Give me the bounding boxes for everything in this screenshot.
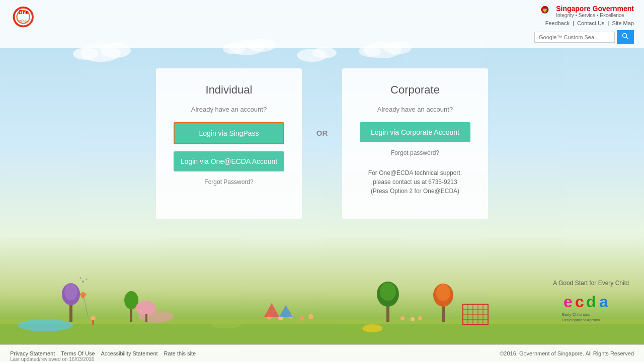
svg-point-54 — [418, 316, 422, 320]
individual-subtitle: Already have an account? — [191, 106, 267, 113]
rate-link[interactable]: Rate this site — [164, 350, 196, 356]
svg-rect-19 — [0, 322, 644, 344]
svg-rect-57 — [145, 314, 147, 322]
footer-links: Privacy Statement Terms Of Use Accessibi… — [10, 350, 196, 356]
privacy-link[interactable]: Privacy Statement — [10, 350, 55, 356]
corporate-login-button[interactable]: Login via Corporate Account — [360, 122, 470, 142]
svg-marker-36 — [264, 303, 279, 317]
svg-point-60 — [80, 278, 82, 279]
ecda-branding: A Good Start for Every Child e c d a Ear… — [553, 280, 629, 327]
svg-point-21 — [18, 319, 73, 331]
svg-text:e: e — [564, 293, 573, 311]
svg-point-58 — [82, 281, 84, 283]
svg-point-43 — [436, 284, 450, 301]
feedback-link[interactable]: Feedback — [545, 20, 570, 26]
corporate-panel: Corporate Already have an account? Login… — [342, 68, 488, 219]
header-links: Feedback | Contact Us | Site Map — [545, 20, 634, 26]
corporate-subtitle: Already have an account? — [377, 106, 453, 113]
svg-marker-30 — [79, 292, 87, 299]
one-ecda-logo: One ●ECDA — [10, 4, 40, 32]
sg-gov-banner: 🦁 Singapore Government Integrity • Servi… — [538, 4, 634, 18]
svg-text:🦁: 🦁 — [542, 8, 548, 14]
svg-text:c: c — [575, 293, 584, 311]
singpass-login-button[interactable]: Login via SingPass — [174, 122, 284, 144]
accessibility-link[interactable]: Accessibility Statement — [101, 350, 158, 356]
sg-lion-icon: 🦁 — [538, 4, 552, 18]
header-right: 🦁 Singapore Government Integrity • Servi… — [534, 4, 634, 44]
search-icon — [622, 33, 629, 40]
svg-text:●ECDA: ●ECDA — [19, 19, 29, 22]
sg-gov-title: Singapore Government — [556, 5, 634, 13]
svg-text:Development Agency: Development Agency — [562, 318, 600, 322]
svg-point-34 — [299, 316, 304, 321]
corporate-title: Corporate — [390, 83, 440, 97]
search-area — [534, 30, 634, 44]
svg-text:One: One — [19, 9, 29, 15]
svg-point-53 — [411, 317, 415, 321]
illustration-area — [0, 244, 644, 344]
main-content: Individual Already have an account? Logi… — [0, 48, 644, 219]
svg-rect-20 — [0, 319, 644, 324]
individual-panel: Individual Already have an account? Logi… — [156, 68, 302, 219]
svg-point-62 — [211, 322, 242, 328]
svg-point-59 — [86, 279, 88, 280]
footer-bar: Privacy Statement Terms Of Use Accessibi… — [0, 344, 644, 362]
contact-link[interactable]: Contact Us — [577, 20, 604, 26]
svg-point-35 — [308, 314, 313, 319]
logo-area: One ●ECDA — [10, 4, 40, 32]
individual-forgot-password[interactable]: Forgot Password? — [204, 178, 253, 186]
footer-updated: Last updated/reviewed on 16/03/2016 — [10, 356, 94, 362]
svg-rect-28 — [92, 320, 94, 325]
svg-line-18 — [626, 37, 629, 40]
oneecda-login-button[interactable]: Login via One@ECDA Account — [174, 151, 284, 171]
search-input[interactable] — [534, 32, 615, 43]
svg-point-56 — [136, 301, 156, 316]
svg-text:Early Childhood: Early Childhood — [562, 312, 590, 317]
scene-svg — [0, 244, 644, 344]
search-button[interactable] — [617, 30, 634, 44]
svg-point-63 — [340, 324, 365, 329]
sg-gov-subtitle: Integrity • Service • Excellence — [556, 13, 634, 18]
ecda-logo: e c d a Early Childhood Development Agen… — [561, 290, 621, 325]
svg-point-61 — [362, 324, 382, 332]
svg-text:a: a — [599, 293, 608, 311]
footer-copyright: ©2016, Government of Singapore. All Righ… — [500, 350, 634, 356]
svg-point-17 — [623, 34, 627, 38]
individual-title: Individual — [206, 83, 253, 97]
svg-point-27 — [91, 316, 96, 321]
or-separator: OR — [312, 68, 332, 137]
terms-link[interactable]: Terms Of Use — [61, 350, 95, 356]
sg-gov-text: Singapore Government Integrity • Service… — [556, 5, 634, 18]
header: One ●ECDA 🦁 Singapore Government Integri… — [0, 0, 644, 48]
svg-point-52 — [400, 316, 405, 320]
svg-marker-37 — [279, 305, 293, 317]
svg-point-24 — [64, 283, 77, 300]
corporate-forgot-password[interactable]: Forgot password? — [391, 149, 439, 156]
sitemap-link[interactable]: Site Map — [612, 20, 634, 26]
ecda-tagline: A Good Start for Every Child — [553, 280, 629, 287]
svg-point-40 — [380, 283, 396, 301]
svg-text:d: d — [586, 293, 596, 311]
corporate-support-text: For One@ECDA technical support, please c… — [362, 168, 468, 196]
